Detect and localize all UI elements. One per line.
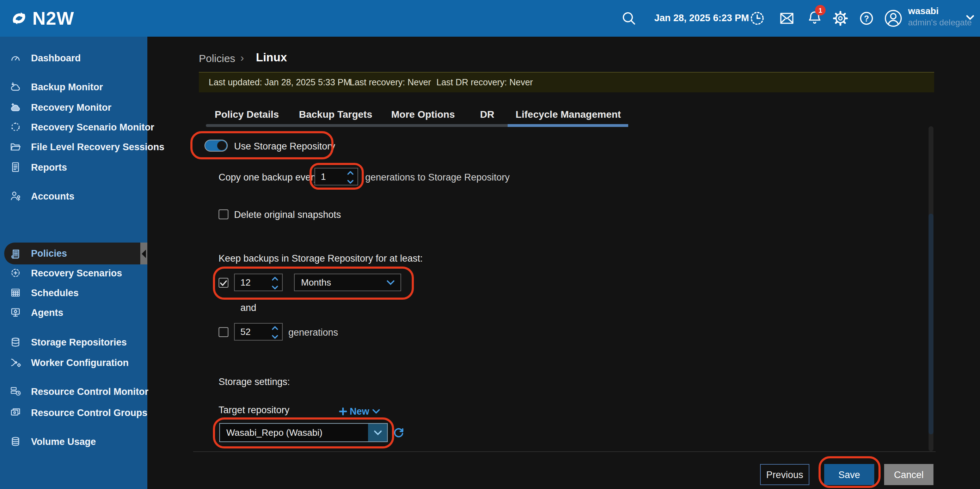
keep-generations-checkbox[interactable]	[219, 327, 228, 337]
repository-dropdown-button[interactable]	[368, 424, 387, 441]
breadcrumb-current-page: Linux	[256, 51, 287, 64]
agent-monitor-icon	[10, 307, 21, 318]
chevron-left-icon	[142, 249, 146, 258]
previous-button[interactable]: Previous	[760, 464, 810, 485]
user-menu-chevron-down-icon[interactable]	[966, 15, 980, 30]
chevron-down-icon	[372, 409, 380, 414]
sidebar-item-accounts[interactable]: Accounts	[0, 187, 147, 205]
chevron-down-icon	[387, 280, 395, 285]
tab-backup-targets[interactable]: Backup Targets	[299, 108, 372, 120]
policy-status-bar: Last updated: Jan 28, 2025 5:33 PM Last …	[199, 72, 934, 92]
scrollbar-thumb[interactable]	[929, 213, 934, 434]
recovery-monitor-icon	[10, 102, 21, 113]
logo-text: N2W	[32, 8, 75, 28]
backup-monitor-icon	[10, 81, 21, 92]
keep-duration-field	[234, 274, 283, 291]
scrollbar-track[interactable]	[929, 126, 934, 451]
calendar-grid-icon	[10, 287, 21, 298]
sidebar-item-dashboard[interactable]: Dashboard	[0, 49, 147, 67]
keep-generations-field	[234, 323, 283, 341]
database-stack-icon	[10, 336, 21, 347]
search-icon[interactable]	[621, 11, 636, 26]
sidebar-item-reports[interactable]: Reports	[0, 158, 147, 176]
tab-policy-details[interactable]: Policy Details	[215, 108, 279, 120]
avatar-icon[interactable]	[884, 9, 900, 25]
sidebar-item-worker-configuration[interactable]: Worker Configuration	[0, 353, 147, 371]
plus-icon	[339, 408, 347, 415]
new-repository-button[interactable]: New	[339, 406, 380, 417]
sidebar-item-recovery-monitor[interactable]: Recovery Monitor	[0, 98, 147, 116]
datetime-display: Jan 28, 2025 6:23 PM	[654, 0, 749, 37]
refresh-icon[interactable]	[393, 427, 405, 439]
sidebar-collapse-handle[interactable]	[140, 242, 147, 264]
sidebar: Dashboard Backup Monitor Recovery Monito…	[0, 37, 147, 489]
notification-count-badge: 1	[815, 5, 826, 16]
sidebar-item-resource-control-groups[interactable]: Resource Control Groups	[0, 403, 147, 422]
keep-duration-input[interactable]	[235, 277, 262, 288]
recent-activity-clock-icon[interactable]	[749, 11, 765, 26]
sidebar-item-backup-monitor[interactable]: Backup Monitor	[0, 78, 147, 96]
copy-every-input[interactable]	[315, 171, 342, 182]
mail-icon[interactable]	[779, 11, 795, 26]
tab-dr[interactable]: DR	[480, 108, 494, 120]
top-bar: N2W Jan 28, 2025 6:23 PM	[0, 0, 980, 37]
keep-duration-stepper[interactable]	[271, 276, 278, 290]
resource-monitor-icon	[10, 386, 21, 397]
keep-generations-input[interactable]	[235, 327, 262, 337]
sidebar-item-agents[interactable]: Agents	[0, 303, 147, 322]
app-logo[interactable]: N2W	[10, 8, 75, 28]
user-key-icon	[10, 190, 21, 202]
storage-settings-label: Storage settings:	[219, 376, 290, 387]
copy-backup-suffix-label: generations to Storage Repository	[365, 172, 510, 183]
user-role: admin's delegate	[908, 18, 972, 27]
recovery-scenarios-icon	[10, 267, 21, 279]
keep-duration-checkbox[interactable]	[219, 278, 228, 288]
selected-item-background	[4, 242, 140, 264]
chevron-down-icon	[373, 430, 382, 435]
save-button[interactable]: Save	[824, 464, 874, 485]
sidebar-item-schedules[interactable]: Schedules	[0, 284, 147, 302]
duration-unit-dropdown[interactable]: Months	[294, 274, 401, 291]
tab-underline-track	[206, 124, 508, 127]
toggle-knob	[217, 141, 226, 150]
breadcrumb-separator: ›	[240, 51, 244, 64]
use-storage-repository-toggle[interactable]	[204, 140, 228, 151]
sidebar-item-recovery-scenarios[interactable]: Recovery Scenarios	[0, 264, 147, 282]
help-icon[interactable]: ?	[859, 11, 874, 26]
tab-more-options[interactable]: More Options	[391, 108, 455, 120]
copy-every-stepper[interactable]	[347, 170, 354, 185]
sidebar-item-recovery-scenario-monitor[interactable]: Recovery Scenario Monitor	[0, 118, 147, 136]
copy-every-field	[315, 168, 358, 185]
delete-original-snapshots-label: Delete original snapshots	[234, 209, 341, 220]
copy-backup-prefix-label: Copy one backup every	[219, 172, 319, 183]
checkmark-icon	[220, 280, 227, 286]
active-tab-underline	[508, 124, 628, 127]
generations-suffix-label: generations	[288, 327, 338, 338]
report-document-icon	[10, 161, 21, 173]
volume-cylinder-icon	[10, 436, 21, 447]
svg-text:?: ?	[864, 14, 869, 23]
last-dr-recovery-text: Last DR recovery: Never	[436, 73, 533, 92]
cancel-button[interactable]: Cancel	[884, 464, 934, 485]
last-updated-text: Last updated: Jan 28, 2025 5:33 PM	[209, 73, 351, 92]
sidebar-item-file-level-recovery-sessions[interactable]: File Level Recovery Sessions	[0, 137, 147, 156]
keep-generations-stepper[interactable]	[271, 325, 278, 340]
sidebar-item-volume-usage[interactable]: Volume Usage	[0, 432, 147, 451]
tab-lifecycle-management[interactable]: Lifecycle Management	[516, 108, 621, 120]
group-cards-icon	[10, 407, 21, 418]
policies-scroll-icon	[10, 248, 21, 259]
folder-icon	[10, 141, 21, 152]
user-name[interactable]: wasabi	[908, 6, 939, 16]
keep-backups-label: Keep backups in Storage Repository for a…	[219, 253, 423, 264]
last-recovery-text: Last recovery: Never	[350, 73, 431, 92]
gear-icon[interactable]	[833, 11, 848, 26]
sidebar-item-policies[interactable]: Policies	[0, 242, 147, 264]
main-content: Policies › Linux Last updated: Jan 28, 2…	[147, 37, 980, 489]
target-repository-dropdown[interactable]: Wasabi_Repo (Wasabi)	[219, 423, 388, 442]
n2w-logo-icon	[10, 9, 28, 27]
sidebar-item-resource-control-monitor[interactable]: Resource Control Monitor	[0, 382, 147, 400]
delete-original-snapshots-checkbox[interactable]	[219, 209, 228, 219]
sidebar-item-storage-repositories[interactable]: Storage Repositories	[0, 333, 147, 351]
breadcrumb-policies[interactable]: Policies	[199, 52, 235, 64]
app-window: N2W Jan 28, 2025 6:23 PM	[0, 0, 980, 489]
